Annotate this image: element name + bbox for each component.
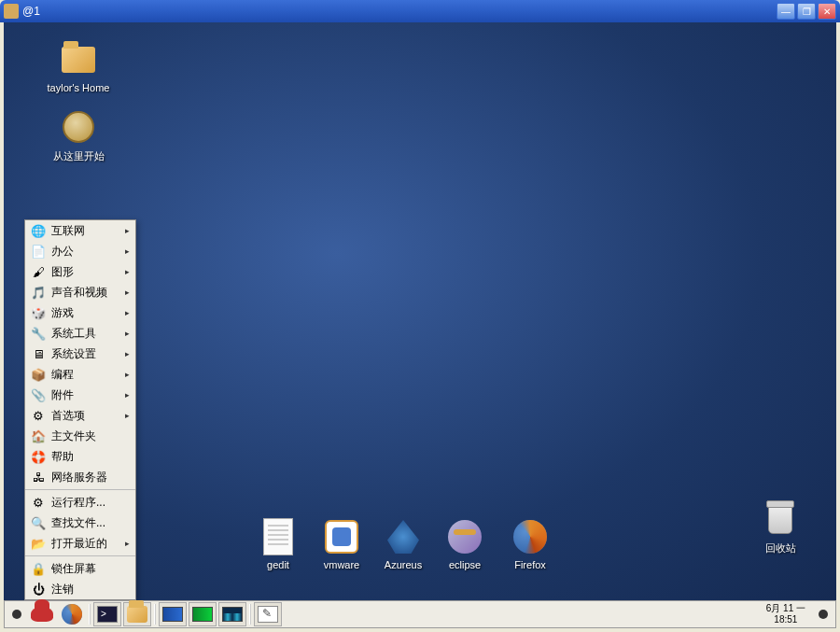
menu-item-label: 游戏 [51,305,125,321]
menu-item-globe[interactable]: 🌐互联网▸ [25,220,135,241]
window-title: @1 [22,5,40,18]
menu-item-label: 打开最近的 [51,536,125,552]
menu-item-programming[interactable]: 📦编程▸ [25,364,135,385]
eclipse-launcher[interactable]: eclipse [431,518,498,570]
submenu-arrow-icon: ▸ [125,308,130,317]
taskbar: 6月 11 一 18:51 [4,600,836,628]
submenu-arrow-icon: ▸ [125,246,130,256]
recent-icon: 📂 [31,536,46,551]
firefox-label: Firefox [497,559,564,570]
games-icon: 🎲 [31,305,46,320]
document-icon [263,518,293,555]
submenu-arrow-icon: ▸ [125,370,130,379]
accessories-icon: 📎 [31,387,46,402]
home-taskbar-launcher[interactable] [123,602,151,626]
office-icon: 📄 [31,244,46,259]
network-monitor-icon [162,607,183,622]
gedit-label: gedit [245,559,312,570]
menu-item-help[interactable]: 🛟帮助 [25,446,135,467]
globe-icon: 🌐 [31,223,46,238]
vmware-label: vmware [308,559,375,570]
terminal-taskbar-launcher[interactable] [93,602,121,626]
minimize-button[interactable]: — [777,3,795,20]
taskbar-separator [154,604,156,625]
firefox-launcher[interactable]: Firefox [497,518,564,570]
menu-item-graphics[interactable]: 🖌图形▸ [25,261,135,282]
pager-right-button[interactable] [819,610,828,619]
menu-item-accessories[interactable]: 📎附件▸ [25,385,135,405]
menu-item-games[interactable]: 🎲游戏▸ [25,302,135,323]
azureus-label: Azureus [370,559,437,570]
vmware-launcher[interactable]: vmware [308,518,375,570]
editor-icon [258,606,278,623]
editor-taskbar-launcher[interactable] [254,602,282,626]
menu-item-system-settings[interactable]: 🖥系统设置▸ [25,344,135,364]
maximize-button[interactable]: ❐ [797,3,816,20]
redhat-icon [31,607,53,622]
firefox-taskbar-launcher[interactable] [58,602,86,626]
monitor-cpu[interactable] [189,602,217,626]
home-folder-label: taylor's Home [41,82,116,93]
submenu-arrow-icon: ▸ [125,411,130,420]
menu-item-lock[interactable]: 🔒锁住屏幕 [25,558,135,579]
system-tools-icon: 🔧 [31,326,46,341]
menu-item-recent[interactable]: 📂打开最近的▸ [25,533,135,554]
system-settings-icon: 🖥 [31,346,46,361]
menu-item-home-folder[interactable]: 🏠主文件夹 [25,426,135,446]
home-folder-icon: 🏠 [31,428,46,443]
submenu-arrow-icon: ▸ [125,288,130,297]
desktop[interactable]: taylor's Home 从这里开始 回收站 gedit vmware Azu… [4,22,836,600]
date-text: 6月 11 一 [766,603,805,614]
window-titlebar: @1 — ❐ ✕ [0,0,840,22]
traffic-monitor-icon [222,607,243,622]
help-icon: 🛟 [31,449,46,464]
folder-icon [127,606,147,623]
menu-item-logout[interactable]: ⏻注销 [25,579,135,599]
submenu-arrow-icon: ▸ [125,267,130,276]
taskbar-separator [89,604,91,625]
menu-item-network-server[interactable]: 🖧网络服务器 [25,467,135,487]
time-text: 18:51 [766,614,805,625]
vmware-icon [325,520,358,554]
eclipse-label: eclipse [431,559,498,570]
submenu-arrow-icon: ▸ [125,349,130,358]
menu-item-search[interactable]: 🔍查找文件... [25,513,135,533]
monitor-network-1[interactable] [159,602,187,626]
graphics-icon: 🖌 [31,264,46,279]
clock-applet[interactable]: 6月 11 一 18:51 [759,603,813,625]
main-menu-button[interactable] [28,602,56,626]
start-here-label: 从这里开始 [41,149,116,163]
menu-item-label: 首选项 [51,408,125,424]
terminal-icon [97,606,118,623]
firefox-icon [513,520,547,554]
start-here-icon[interactable]: 从这里开始 [41,108,116,163]
cpu-monitor-icon [192,607,213,622]
menu-item-label: 互联网 [51,223,125,239]
menu-item-preferences[interactable]: ⚙首选项▸ [25,405,135,426]
pager-left-button[interactable] [12,610,21,619]
gedit-launcher[interactable]: gedit [245,518,312,570]
programming-icon: 📦 [31,367,46,382]
network-server-icon: 🖧 [31,470,46,485]
monitor-network-2[interactable] [218,602,246,626]
menu-item-label: 帮助 [51,449,130,465]
trash-icon[interactable]: 回收站 [743,500,818,555]
preferences-icon: ⚙ [31,408,46,423]
menu-item-office[interactable]: 📄办公▸ [25,241,135,261]
menu-separator [25,555,135,556]
home-folder-icon[interactable]: taylor's Home [41,41,116,93]
menu-item-system-tools[interactable]: 🔧系统工具▸ [25,323,135,344]
menu-item-media[interactable]: 🎵声音和视频▸ [25,282,135,302]
azureus-icon [387,520,419,554]
menu-item-label: 系统设置 [51,346,125,362]
menu-item-label: 图形 [51,264,125,280]
close-button[interactable]: ✕ [818,3,836,20]
trash-label: 回收站 [743,541,818,555]
trash-can-icon [768,504,792,534]
menu-item-label: 运行程序... [51,495,130,511]
submenu-arrow-icon: ▸ [125,329,130,338]
applications-menu: 🌐互联网▸📄办公▸🖌图形▸🎵声音和视频▸🎲游戏▸🔧系统工具▸🖥系统设置▸📦编程▸… [24,219,136,600]
menu-item-run[interactable]: ⚙运行程序... [25,492,135,513]
submenu-arrow-icon: ▸ [125,226,130,235]
azureus-launcher[interactable]: Azureus [370,518,437,570]
